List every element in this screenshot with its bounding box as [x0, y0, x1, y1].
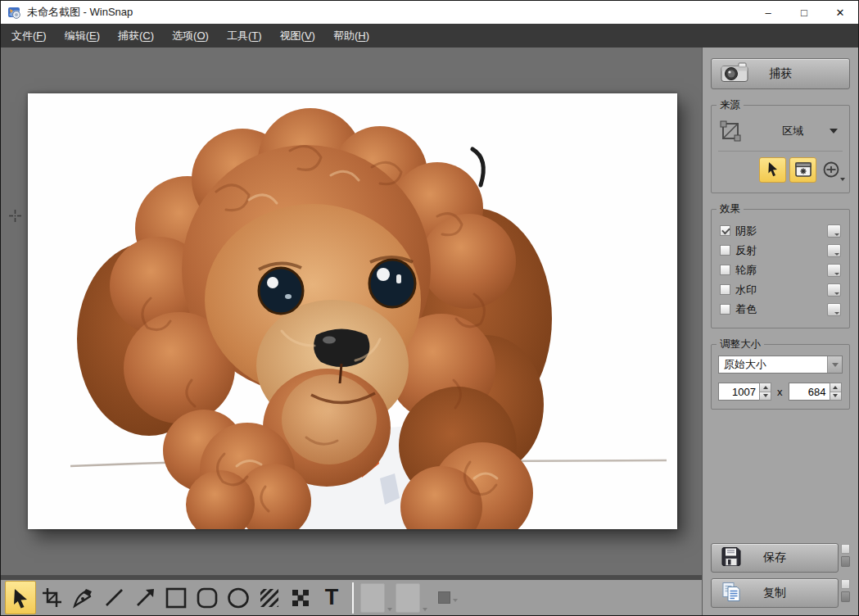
copy-split-button[interactable] — [841, 579, 850, 602]
copy-button-label: 复制 — [712, 586, 838, 600]
crop-icon — [41, 587, 63, 609]
tool-rounded-rectangle[interactable] — [192, 581, 223, 614]
menu-help[interactable]: 帮助(H) — [324, 24, 378, 48]
menu-capture[interactable]: 捕获(C) — [109, 24, 163, 48]
capture-button[interactable]: 捕获 — [711, 58, 850, 89]
width-spinner — [718, 383, 771, 401]
source-group: 来源 区域 — [711, 105, 850, 193]
line-width-swatch[interactable] — [438, 591, 450, 604]
text-tool-glyph: T — [325, 587, 339, 609]
effect-colorize-row: 着色 — [720, 300, 841, 319]
outline-settings-button[interactable] — [827, 264, 841, 277]
toolbar-separator — [352, 582, 354, 614]
source-select[interactable]: 区域 — [743, 116, 843, 146]
effect-shadow-row: 阴影 — [720, 221, 841, 240]
save-split-button[interactable] — [841, 544, 850, 567]
canvas-area[interactable] — [1, 48, 702, 575]
cursor-icon — [766, 161, 780, 178]
colorize-settings-button[interactable] — [827, 303, 841, 316]
height-spinner — [789, 383, 842, 401]
tool-select[interactable] — [5, 581, 36, 614]
width-decrement-button[interactable] — [760, 392, 771, 401]
dimension-separator: x — [777, 386, 783, 398]
zoom-level-button[interactable] — [820, 157, 843, 183]
effect-reflection-row: 反射 — [720, 241, 841, 260]
outline-checkbox[interactable] — [720, 265, 730, 275]
watermark-label: 水印 — [735, 283, 757, 297]
save-button-label: 保存 — [712, 550, 838, 565]
minimize-button[interactable]: – — [750, 1, 786, 24]
rectangle-icon — [165, 587, 188, 609]
tool-ellipse[interactable] — [223, 581, 254, 614]
menu-view[interactable]: 视图(V) — [271, 24, 324, 48]
tool-pen[interactable] — [67, 581, 98, 614]
source-divider — [718, 151, 843, 152]
magnifier-window-toggle[interactable] — [789, 157, 816, 183]
chevron-down-icon — [827, 356, 842, 373]
reflection-settings-button[interactable] — [827, 244, 841, 257]
rounded-rectangle-icon — [196, 587, 219, 609]
menu-tools[interactable]: 工具(T) — [218, 24, 271, 48]
height-input[interactable] — [789, 383, 830, 401]
shadow-label: 阴影 — [735, 224, 757, 238]
shadow-checkbox[interactable] — [720, 225, 730, 236]
save-button[interactable]: 保存 — [711, 543, 839, 573]
winsnap-window: 未命名截图 - WinSnap – □ ✕ 文件(F) 编辑(E) 捕获(C) … — [0, 0, 859, 616]
effect-watermark-row: 水印 — [720, 280, 841, 299]
draw-toolbar: T — [1, 575, 702, 615]
watermark-settings-button[interactable] — [827, 283, 841, 297]
height-increment-button[interactable] — [830, 383, 841, 392]
resize-group: 调整大小 原始大小 x — [711, 344, 850, 410]
menu-options[interactable]: 选项(O) — [163, 24, 218, 48]
tool-crop[interactable] — [36, 581, 67, 614]
window-controls: – □ ✕ — [750, 1, 858, 24]
ellipse-icon — [227, 587, 250, 609]
reflection-label: 反射 — [735, 243, 757, 258]
menu-bar: 文件(F) 编辑(E) 捕获(C) 选项(O) 工具(T) 视图(V) 帮助(H… — [1, 24, 858, 48]
tool-arrow[interactable] — [129, 581, 160, 614]
color-swatch-primary[interactable] — [360, 583, 385, 613]
resize-mode-value: 原始大小 — [724, 357, 766, 372]
hatch-square-icon — [258, 587, 281, 609]
colorize-label: 着色 — [735, 302, 757, 317]
tool-pixelate[interactable] — [285, 581, 316, 614]
reflection-checkbox[interactable] — [720, 245, 730, 256]
chevron-down-icon — [387, 608, 392, 611]
chevron-down-icon — [423, 608, 427, 611]
pen-icon — [72, 587, 94, 609]
crosshair-cursor — [9, 210, 21, 222]
color-swatch-secondary[interactable] — [396, 583, 420, 613]
tool-text[interactable]: T — [316, 581, 347, 614]
include-cursor-toggle[interactable] — [759, 157, 786, 183]
app-icon — [7, 5, 22, 20]
tool-line[interactable] — [98, 581, 129, 614]
chevron-down-icon — [840, 178, 845, 181]
source-group-title: 来源 — [717, 98, 744, 112]
tool-hatch[interactable] — [254, 581, 285, 614]
height-decrement-button[interactable] — [830, 392, 841, 401]
outline-label: 轮廓 — [735, 263, 757, 278]
close-button[interactable]: ✕ — [822, 1, 858, 24]
capture-button-label: 捕获 — [712, 66, 849, 81]
effect-outline-row: 轮廓 — [720, 260, 841, 279]
colorize-checkbox[interactable] — [720, 304, 730, 315]
captured-image[interactable] — [28, 93, 677, 529]
watermark-checkbox[interactable] — [720, 284, 730, 295]
copy-button[interactable]: 复制 — [711, 578, 839, 608]
width-input[interactable] — [718, 383, 759, 401]
copy-row: 复制 — [711, 578, 850, 608]
menu-file[interactable]: 文件(F) — [2, 24, 56, 48]
window-icon — [795, 162, 812, 177]
tool-rectangle[interactable] — [160, 581, 192, 614]
chevron-down-icon — [830, 129, 838, 134]
arrow-icon — [134, 587, 156, 609]
chevron-down-icon — [453, 599, 458, 602]
side-panel: 捕获 来源 区域 — [702, 48, 858, 615]
menu-edit[interactable]: 编辑(E) — [56, 24, 109, 48]
width-increment-button[interactable] — [760, 383, 771, 392]
shadow-settings-button[interactable] — [827, 224, 841, 238]
line-icon — [103, 587, 125, 609]
maximize-button[interactable]: □ — [786, 1, 822, 24]
effects-group-title: 效果 — [717, 202, 744, 216]
resize-mode-select[interactable]: 原始大小 — [718, 356, 843, 374]
